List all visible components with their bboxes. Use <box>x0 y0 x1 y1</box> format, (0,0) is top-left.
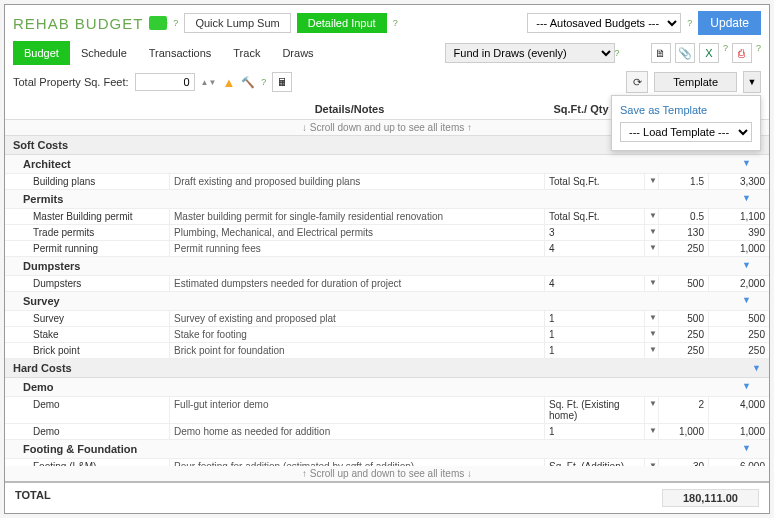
template-button[interactable]: Template <box>654 72 737 92</box>
total-label: TOTAL <box>15 489 51 507</box>
help-icon[interactable]: ? <box>756 43 761 63</box>
tab-bar: Budget Schedule Transactions Track Draws… <box>5 41 769 65</box>
page-title: REHAB BUDGET <box>13 15 143 32</box>
budget-row[interactable]: Building plansDraft existing and propose… <box>5 174 769 190</box>
scroll-hint-bottom: ↑ Scroll up and down to see all items ↓ <box>5 466 769 481</box>
update-button[interactable]: Update <box>698 11 761 35</box>
subsection-header[interactable]: Survey▼ <box>5 292 769 311</box>
help-icon[interactable]: ? <box>393 18 398 28</box>
sqft-label: Total Property Sq. Feet: <box>13 76 129 88</box>
budget-row[interactable]: Trade permitsPlumbing, Mechanical, and E… <box>5 225 769 241</box>
property-row: Total Property Sq. Feet: ▲▼ ▲ 🔨? 🖩 ⟳ Tem… <box>5 65 769 99</box>
help-icon[interactable]: ? <box>687 18 692 28</box>
subsection-header[interactable]: Architect▼ <box>5 155 769 174</box>
sqft-input[interactable] <box>135 73 195 91</box>
tab-draws[interactable]: Draws <box>271 41 324 65</box>
budget-row[interactable]: SurveySurvey of existing and proposed pl… <box>5 311 769 327</box>
footer-total: TOTAL 180,111.00 <box>5 481 769 513</box>
warning-icon: ▲ <box>222 75 235 90</box>
pdf-icon[interactable]: ⎙ <box>732 43 752 63</box>
stepper-icon[interactable]: ▲▼ <box>201 78 217 87</box>
budget-row[interactable]: DemoDemo home as needed for addition1▼1,… <box>5 424 769 440</box>
budget-row[interactable]: Footing (L&M)Pour footing for addition (… <box>5 459 769 466</box>
load-template-select[interactable]: --- Load Template --- <box>620 122 752 142</box>
autosaved-budgets-select[interactable]: --- Autosaved Budgets --- <box>527 13 681 33</box>
export-icons: 🗎 📎 X? ⎙? <box>651 43 761 63</box>
excel-icon[interactable]: X <box>699 43 719 63</box>
template-caret[interactable]: ▼ <box>743 71 761 93</box>
tab-schedule[interactable]: Schedule <box>70 41 138 65</box>
budget-row[interactable]: DumpstersEstimated dumpsters needed for … <box>5 276 769 292</box>
budget-row[interactable]: Brick pointBrick point for foundation1▼2… <box>5 343 769 359</box>
header-details: Details/Notes <box>178 103 521 115</box>
hammer-icon[interactable]: 🔨 <box>241 76 255 89</box>
top-bar: REHAB BUDGET ? Quick Lump Sum Detailed I… <box>5 5 769 41</box>
subsection-header[interactable]: Permits▼ <box>5 190 769 209</box>
video-icon[interactable] <box>149 16 167 30</box>
template-popup: Save as Template --- Load Template --- <box>611 95 761 151</box>
save-as-template-link[interactable]: Save as Template <box>620 104 752 116</box>
detailed-input-pill[interactable]: Detailed Input <box>297 13 387 33</box>
doc-icon[interactable]: 🗎 <box>651 43 671 63</box>
app-window: REHAB BUDGET ? Quick Lump Sum Detailed I… <box>4 4 770 514</box>
help-icon[interactable]: ? <box>261 77 266 87</box>
budget-row[interactable]: DemoFull-gut interior demoSq. Ft. (Exist… <box>5 397 769 424</box>
budget-row[interactable]: StakeStake for footing1▼250250 <box>5 327 769 343</box>
subsection-header[interactable]: Demo▼ <box>5 378 769 397</box>
total-value: 180,111.00 <box>662 489 759 507</box>
tab-transactions[interactable]: Transactions <box>138 41 223 65</box>
budget-grid[interactable]: Soft Costs▼Architect▼Building plansDraft… <box>5 135 769 466</box>
help-icon[interactable]: ? <box>615 48 620 58</box>
fund-in-draws-select[interactable]: Fund in Draws (evenly) <box>445 43 615 63</box>
help-icon[interactable]: ? <box>173 18 178 28</box>
subsection-header[interactable]: Dumpsters▼ <box>5 257 769 276</box>
attach-icon[interactable]: 📎 <box>675 43 695 63</box>
section-header[interactable]: Hard Costs▼ <box>5 359 769 378</box>
tab-budget[interactable]: Budget <box>13 41 70 65</box>
calc-icon[interactable]: 🖩 <box>272 72 292 92</box>
budget-row[interactable]: Master Building permitMaster building pe… <box>5 209 769 225</box>
help-icon[interactable]: ? <box>723 43 728 63</box>
budget-row[interactable]: Permit runningPermit running fees4▼2501,… <box>5 241 769 257</box>
refresh-icon[interactable]: ⟳ <box>626 71 648 93</box>
tab-track[interactable]: Track <box>222 41 271 65</box>
quick-lump-sum-pill[interactable]: Quick Lump Sum <box>184 13 290 33</box>
subsection-header[interactable]: Footing & Foundation▼ <box>5 440 769 459</box>
